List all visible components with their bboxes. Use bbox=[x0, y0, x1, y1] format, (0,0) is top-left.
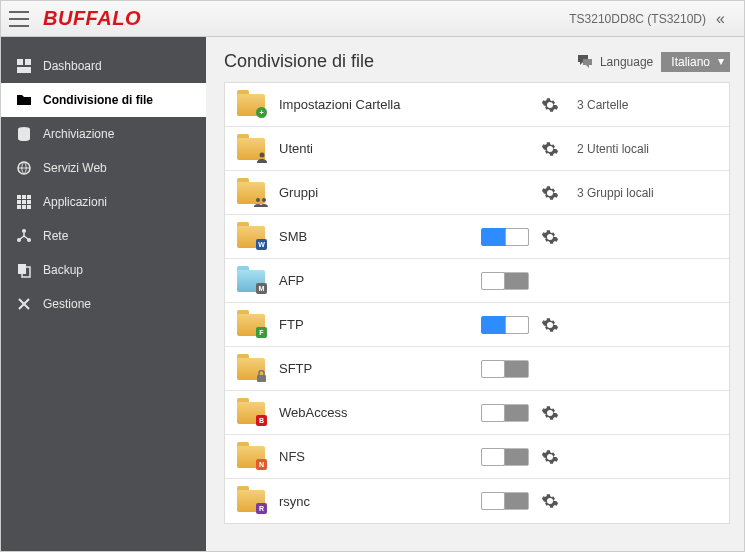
row-label: AFP bbox=[279, 273, 439, 288]
row-label: WebAccess bbox=[279, 405, 439, 420]
folder-setup-icon: + bbox=[237, 94, 265, 116]
row-ftp: F FTP bbox=[225, 303, 729, 347]
sidebar-item-management[interactable]: Gestione bbox=[1, 287, 206, 321]
tools-icon bbox=[15, 295, 33, 313]
sidebar-item-label: Archiviazione bbox=[43, 127, 114, 141]
sidebar-item-storage[interactable]: Archiviazione bbox=[1, 117, 206, 151]
row-label: FTP bbox=[279, 317, 439, 332]
svg-rect-0 bbox=[17, 59, 23, 65]
svg-rect-14 bbox=[22, 205, 26, 209]
sidebar-item-label: Applicazioni bbox=[43, 195, 107, 209]
row-stat: 2 Utenti locali bbox=[577, 142, 717, 156]
language-value: Italiano bbox=[671, 55, 710, 69]
gear-icon[interactable] bbox=[541, 316, 559, 334]
toggle-afp[interactable] bbox=[481, 272, 529, 290]
language-selector: Language Italiano bbox=[576, 52, 730, 72]
gear-icon[interactable] bbox=[541, 96, 559, 114]
gear-icon[interactable] bbox=[541, 184, 559, 202]
users-icon bbox=[237, 138, 265, 160]
sidebar-item-web-services[interactable]: Servizi Web bbox=[1, 151, 206, 185]
row-sftp: SFTP bbox=[225, 347, 729, 391]
rsync-icon: R bbox=[237, 490, 265, 512]
svg-rect-2 bbox=[17, 67, 31, 73]
toggle-webaccess[interactable] bbox=[481, 404, 529, 422]
app-window: BUFFALO TS3210DD8C (TS3210D) « Dashboard… bbox=[0, 0, 745, 552]
dashboard-icon bbox=[15, 57, 33, 75]
sidebar-item-label: Condivisione di file bbox=[43, 93, 153, 107]
sidebar-item-label: Backup bbox=[43, 263, 83, 277]
gear-icon[interactable] bbox=[541, 140, 559, 158]
toggle-smb[interactable] bbox=[481, 228, 529, 246]
row-smb: W SMB bbox=[225, 215, 729, 259]
row-folder-setup[interactable]: + Impostazioni Cartella 3 Cartelle bbox=[225, 83, 729, 127]
svg-rect-9 bbox=[27, 195, 31, 199]
row-nfs: N NFS bbox=[225, 435, 729, 479]
row-label: SFTP bbox=[279, 361, 439, 376]
apps-icon bbox=[15, 193, 33, 211]
nfs-icon: N bbox=[237, 446, 265, 468]
language-dropdown[interactable]: Italiano bbox=[661, 52, 730, 72]
svg-point-5 bbox=[18, 137, 30, 141]
sidebar-item-label: Gestione bbox=[43, 297, 91, 311]
row-afp: M AFP bbox=[225, 259, 729, 303]
svg-rect-13 bbox=[17, 205, 21, 209]
row-label: rsync bbox=[279, 494, 439, 509]
row-label: NFS bbox=[279, 449, 439, 464]
sidebar-item-label: Rete bbox=[43, 229, 68, 243]
folder-icon bbox=[15, 91, 33, 109]
row-rsync: R rsync bbox=[225, 479, 729, 523]
menu-icon[interactable] bbox=[9, 11, 29, 27]
page-header: Condivisione di file Language Italiano bbox=[224, 51, 730, 72]
svg-point-16 bbox=[22, 229, 26, 233]
sidebar-item-file-sharing[interactable]: Condivisione di file bbox=[1, 83, 206, 117]
svg-rect-7 bbox=[17, 195, 21, 199]
svg-rect-11 bbox=[22, 200, 26, 204]
toggle-ftp[interactable] bbox=[481, 316, 529, 334]
smb-icon: W bbox=[237, 226, 265, 248]
svg-point-22 bbox=[256, 198, 260, 202]
svg-rect-1 bbox=[25, 59, 31, 65]
row-stat: 3 Gruppi locali bbox=[577, 186, 717, 200]
sidebar: Dashboard Condivisione di file Archiviaz… bbox=[1, 37, 206, 551]
svg-rect-24 bbox=[257, 375, 266, 382]
svg-point-23 bbox=[262, 198, 266, 202]
sidebar-item-backup[interactable]: Backup bbox=[1, 253, 206, 287]
row-label: SMB bbox=[279, 229, 439, 244]
svg-rect-10 bbox=[17, 200, 21, 204]
collapse-sidebar-icon[interactable]: « bbox=[716, 10, 736, 28]
svg-point-21 bbox=[260, 152, 265, 157]
row-label: Impostazioni Cartella bbox=[279, 97, 439, 112]
toggle-sftp[interactable] bbox=[481, 360, 529, 378]
groups-icon bbox=[237, 182, 265, 204]
sidebar-item-label: Dashboard bbox=[43, 59, 102, 73]
gear-icon[interactable] bbox=[541, 404, 559, 422]
page-title: Condivisione di file bbox=[224, 51, 374, 72]
svg-rect-8 bbox=[22, 195, 26, 199]
gear-icon[interactable] bbox=[541, 492, 559, 510]
row-users[interactable]: Utenti 2 Utenti locali bbox=[225, 127, 729, 171]
gear-icon[interactable] bbox=[541, 228, 559, 246]
sidebar-item-dashboard[interactable]: Dashboard bbox=[1, 49, 206, 83]
webaccess-icon: B bbox=[237, 402, 265, 424]
row-label: Gruppi bbox=[279, 185, 439, 200]
row-groups[interactable]: Gruppi 3 Gruppi locali bbox=[225, 171, 729, 215]
gear-icon[interactable] bbox=[541, 448, 559, 466]
sidebar-item-applications[interactable]: Applicazioni bbox=[1, 185, 206, 219]
row-label: Utenti bbox=[279, 141, 439, 156]
ftp-icon: F bbox=[237, 314, 265, 336]
network-icon bbox=[15, 227, 33, 245]
topbar: BUFFALO TS3210DD8C (TS3210D) « bbox=[1, 1, 744, 37]
toggle-rsync[interactable] bbox=[481, 492, 529, 510]
svg-rect-12 bbox=[27, 200, 31, 204]
toggle-nfs[interactable] bbox=[481, 448, 529, 466]
backup-icon bbox=[15, 261, 33, 279]
sidebar-item-network[interactable]: Rete bbox=[1, 219, 206, 253]
settings-panel: + Impostazioni Cartella 3 Cartelle Utent… bbox=[224, 82, 730, 524]
language-icon bbox=[576, 53, 594, 71]
logo: BUFFALO bbox=[43, 7, 141, 30]
sftp-icon bbox=[237, 358, 265, 380]
device-name: TS3210DD8C (TS3210D) bbox=[569, 12, 706, 26]
storage-icon bbox=[15, 125, 33, 143]
language-label: Language bbox=[600, 55, 653, 69]
svg-rect-15 bbox=[27, 205, 31, 209]
